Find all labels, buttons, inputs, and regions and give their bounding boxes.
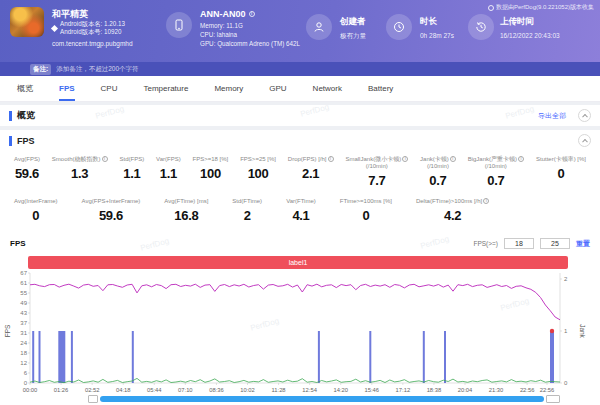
svg-text:6: 6 xyxy=(24,370,28,376)
tab-GPU[interactable]: GPU xyxy=(256,76,299,101)
metric-label-line2: (/10min) xyxy=(468,163,524,170)
tab-Memory[interactable]: Memory xyxy=(201,76,256,101)
svg-text:31: 31 xyxy=(20,330,27,336)
info-circle-icon xyxy=(488,5,494,11)
metric-value: 59.6 xyxy=(14,166,40,181)
metric-value: 100 xyxy=(193,166,229,181)
metric-value: 0 xyxy=(14,208,58,223)
svg-text:12:54: 12:54 xyxy=(302,387,317,393)
fps-section-title: FPS xyxy=(17,136,35,146)
scrollbar-thumb[interactable] xyxy=(100,396,544,402)
info-icon[interactable]: i xyxy=(450,156,456,162)
device-info-icon[interactable]: i xyxy=(249,11,255,17)
svg-text:20:04: 20:04 xyxy=(458,387,473,393)
metric-label: Smooth(稳帧指数)i xyxy=(52,156,108,163)
section-accent-bar xyxy=(9,111,12,121)
metric-label: FPS>=18 [%] xyxy=(193,156,229,163)
reset-button[interactable]: 重置 xyxy=(576,239,590,249)
tab-Battery[interactable]: Battery xyxy=(355,76,406,101)
metric-label: SmallJank(微小卡顿)i xyxy=(345,156,408,163)
svg-text:24: 24 xyxy=(20,340,27,346)
info-icon[interactable]: i xyxy=(518,156,524,162)
info-icon[interactable]: i xyxy=(102,156,108,162)
svg-text:55: 55 xyxy=(20,290,27,296)
svg-text:18:38: 18:38 xyxy=(427,387,442,393)
metric-label: Jank(卡顿)i xyxy=(420,156,456,163)
metric-label-line2: (/10min) xyxy=(420,163,456,170)
svg-text:FPS: FPS xyxy=(4,324,11,337)
metric-label: Stutter(卡顿率) [%] xyxy=(536,156,586,163)
svg-text:15:46: 15:46 xyxy=(365,387,380,393)
metric-value: 2 xyxy=(232,208,262,223)
metric-value: 0.7 xyxy=(420,173,456,188)
info-icon[interactable]: i xyxy=(483,198,489,204)
metric-label: Var(FTime) xyxy=(286,198,316,205)
android-version-code: Android版本号: 10920 xyxy=(60,28,125,36)
tab-Temperature[interactable]: Temperature xyxy=(130,76,201,101)
svg-text:22:56: 22:56 xyxy=(520,387,535,393)
tab-概览[interactable]: 概览 xyxy=(4,76,46,101)
chevron-up-icon xyxy=(582,138,588,144)
overview-collapse-button[interactable] xyxy=(578,109,591,122)
fps-chart-title: FPS xyxy=(10,239,26,248)
fps-collapse-button[interactable] xyxy=(578,134,591,147)
metric-value: 4.2 xyxy=(416,208,489,223)
metric-label: Avg(FPS+InterFrame) xyxy=(82,198,141,205)
svg-text:18: 18 xyxy=(20,350,27,356)
scrollbar-right-handle[interactable] xyxy=(546,395,560,403)
metric-label: Avg(FTime) [ms] xyxy=(164,198,208,205)
svg-text:43: 43 xyxy=(20,310,27,316)
svg-text:12: 12 xyxy=(20,360,27,366)
metric: Var(FPS)1.1 xyxy=(156,156,181,188)
note-bar[interactable]: 备注: 添加备注，不超过200个字符 xyxy=(0,62,600,76)
tab-CPU[interactable]: CPU xyxy=(88,76,131,101)
note-placeholder: 添加备注，不超过200个字符 xyxy=(56,65,138,74)
fps-chart-controls: FPS FPS(>=) 重置 xyxy=(0,236,600,254)
metric: Avg(FPS+InterFrame)59.6 xyxy=(82,198,141,223)
metric: FTime>=100ms [%]0 xyxy=(340,198,392,223)
metric-value: 16.8 xyxy=(164,208,208,223)
duration-title: 时长 xyxy=(420,16,454,28)
info-icon[interactable]: i xyxy=(328,156,334,162)
creator-value: 极有力量 xyxy=(340,32,366,41)
fps-threshold-input-1[interactable] xyxy=(504,238,534,249)
metric: Stutter(卡顿率) [%]0 xyxy=(536,156,586,188)
svg-text:05:44: 05:44 xyxy=(147,387,162,393)
scrollbar-left-handle[interactable] xyxy=(88,395,98,403)
metric: Std(FPS)1.1 xyxy=(119,156,144,188)
upload-value: 16/12/2022 20:43:03 xyxy=(500,32,560,39)
tab-Network[interactable]: Network xyxy=(300,76,355,101)
metric: Avg(FPS)59.6 xyxy=(14,156,40,188)
section-accent-bar xyxy=(9,136,12,146)
overview-card: 概览 导出全部 xyxy=(0,105,600,126)
svg-text:11:28: 11:28 xyxy=(272,387,286,393)
metric-value: 100 xyxy=(240,166,276,181)
tab-FPS[interactable]: FPS xyxy=(46,76,88,101)
device-model: ANN-AN00 i xyxy=(200,9,255,19)
metric-label: FTime>=100ms [%] xyxy=(340,198,392,205)
metric: BigJank(严重卡顿)i(/10min)0.7 xyxy=(468,156,524,188)
tab-bar: 概览FPSCPUTemperatureMemoryGPUNetworkBatte… xyxy=(0,76,600,102)
chart-label-banner: label1 xyxy=(28,256,568,269)
perfdog-report-page: 和平精英 Android版本名: 1.20.13 Android版本号: 109… xyxy=(0,0,600,405)
metric: Std(FTime)2 xyxy=(232,198,262,223)
svg-text:1: 1 xyxy=(564,328,568,334)
fps-threshold-label: FPS(>=) xyxy=(473,240,498,247)
metric-value: 59.6 xyxy=(82,208,141,223)
metric-label-line2: (/10min) xyxy=(345,163,408,170)
metric-label: Drop(FPS) [/h]i xyxy=(288,156,334,163)
export-all-link[interactable]: 导出全部 xyxy=(538,111,566,121)
metric: SmallJank(微小卡顿)i(/10min)7.7 xyxy=(345,156,408,188)
metric-label: BigJank(严重卡顿)i xyxy=(468,156,524,163)
fps-threshold-input-2[interactable] xyxy=(540,238,570,249)
device-gpu: GPU: Qualcomm Adreno (TM) 642L xyxy=(200,39,300,48)
phone-icon xyxy=(166,12,192,38)
svg-text:22:56: 22:56 xyxy=(540,387,555,393)
duration-clock-icon xyxy=(386,14,412,40)
metric: Var(FTime)4.1 xyxy=(286,198,316,223)
metric-value: 1.3 xyxy=(52,166,108,181)
info-icon[interactable]: i xyxy=(402,156,408,162)
metric-value: 1.1 xyxy=(156,166,181,181)
metric-value: 0 xyxy=(536,166,586,181)
metric-value: 0.7 xyxy=(468,173,524,188)
